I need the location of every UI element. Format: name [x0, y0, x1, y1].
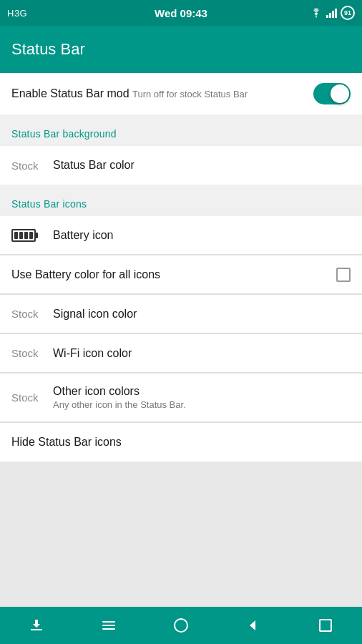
- enable-mod-label: Enable Status Bar mod: [11, 87, 129, 99]
- other-colors-text-block: Other icon colors Any other icon in the …: [53, 385, 186, 410]
- stock-label-2: Stock: [11, 308, 47, 320]
- page-title: Status Bar: [11, 40, 85, 59]
- other-colors-item[interactable]: Stock Other icon colors Any other icon i…: [0, 374, 362, 422]
- download-icon: [29, 618, 44, 633]
- icons-items: Battery icon Use Battery color for all i…: [0, 216, 362, 462]
- icons-section-title: Status Bar icons: [11, 198, 87, 210]
- status-bar-color-item[interactable]: Stock Status Bar color: [0, 146, 362, 185]
- status-bar: H3G Wed 09:43 91: [0, 0, 362, 26]
- home-circle-icon: [173, 618, 189, 633]
- nav-menu[interactable]: [91, 608, 127, 643]
- signal-icon: [326, 8, 337, 18]
- svg-rect-3: [102, 628, 115, 630]
- other-colors-subtext: Any other icon in the Status Bar.: [53, 399, 186, 410]
- app-header: Status Bar: [0, 26, 362, 73]
- carrier-text: H3G: [7, 8, 27, 19]
- enable-mod-toggle[interactable]: [313, 83, 351, 104]
- menu-icon: [101, 618, 117, 633]
- bottom-nav: [0, 607, 362, 644]
- signal-color-item[interactable]: Stock Signal icon color: [0, 295, 362, 333]
- background-section-header: Status Bar background: [0, 114, 362, 146]
- enable-mod-row[interactable]: Enable Status Bar mod Turn off for stock…: [0, 73, 362, 114]
- wifi-icon: [310, 8, 323, 18]
- recent-icon: [318, 618, 333, 633]
- battery-icon-text: Battery icon: [53, 229, 113, 242]
- svg-rect-0: [31, 629, 42, 630]
- svg-rect-6: [320, 620, 331, 631]
- icons-section-header: Status Bar icons: [0, 185, 362, 216]
- battery-icon: [11, 229, 36, 242]
- svg-marker-5: [250, 620, 255, 630]
- hide-icons-text: Hide Status Bar icons: [11, 436, 122, 449]
- status-bar-color-text: Status Bar color: [53, 159, 134, 172]
- background-section-title: Status Bar background: [11, 128, 117, 140]
- battery-icon-item[interactable]: Battery icon: [0, 216, 362, 255]
- svg-point-4: [175, 619, 187, 632]
- nav-home[interactable]: [163, 608, 199, 643]
- back-icon: [245, 618, 261, 633]
- battery-color-checkbox[interactable]: [336, 268, 351, 282]
- hide-icons-item[interactable]: Hide Status Bar icons: [0, 423, 362, 462]
- stock-label-3: Stock: [11, 347, 47, 359]
- enable-mod-text-block: Enable Status Bar mod Turn off for stock…: [11, 87, 248, 100]
- background-items: Stock Status Bar color: [0, 146, 362, 185]
- content-area: Enable Status Bar mod Turn off for stock…: [0, 73, 362, 462]
- nav-download[interactable]: [19, 608, 54, 643]
- other-colors-text: Other icon colors: [53, 385, 186, 398]
- battery-level-icon: 91: [341, 6, 355, 20]
- nav-back[interactable]: [235, 608, 271, 643]
- stock-label-1: Stock: [11, 160, 47, 172]
- signal-color-text: Signal icon color: [53, 308, 137, 321]
- stock-label-4: Stock: [11, 391, 47, 404]
- battery-color-all-item[interactable]: Use Battery color for all icons: [0, 255, 362, 294]
- enable-mod-sublabel: Turn off for stock Status Bar: [132, 89, 248, 99]
- status-icons: 91: [310, 6, 355, 20]
- svg-rect-1: [102, 621, 115, 623]
- nav-recent[interactable]: [308, 608, 343, 643]
- time-text: Wed 09:43: [155, 7, 207, 19]
- battery-color-all-text: Use Battery color for all icons: [11, 268, 160, 281]
- wifi-color-item[interactable]: Stock Wi-Fi icon color: [0, 334, 362, 373]
- svg-rect-2: [102, 625, 115, 626]
- toggle-knob: [331, 84, 349, 103]
- battery-body: [11, 229, 36, 242]
- wifi-color-text: Wi-Fi icon color: [53, 347, 132, 360]
